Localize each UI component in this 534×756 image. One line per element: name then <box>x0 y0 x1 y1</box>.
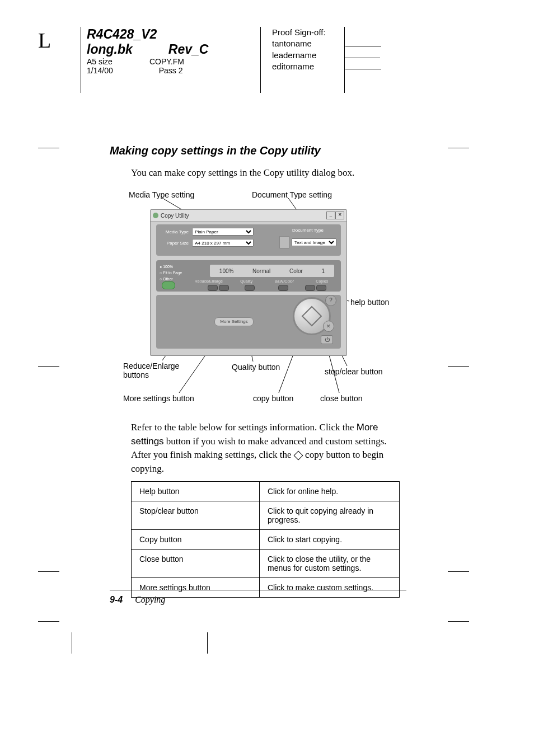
copies-up-button[interactable] <box>316 285 326 291</box>
document-type-select[interactable]: Text and Image <box>292 238 336 246</box>
setting-name: Copy button <box>132 530 260 550</box>
enlarge-button[interactable] <box>219 285 229 291</box>
settings-table: Help buttonClick for online help.Stop/cl… <box>131 481 400 598</box>
doc-fm: COPY.FM <box>149 57 184 66</box>
table-row: Copy buttonClick to start copying. <box>132 530 400 550</box>
callout-quality-button: Quality button <box>232 363 280 372</box>
value-color: Color <box>289 268 303 274</box>
callout-document-type: Document Type setting <box>252 190 332 199</box>
section-letter: L <box>38 28 51 53</box>
action-area: ? More Settings ✕ ⏻ <box>156 295 341 349</box>
diamond-icon <box>302 306 322 327</box>
media-type-select[interactable]: Plain Paper <box>192 228 254 236</box>
window-title: Copy Utility <box>161 213 189 219</box>
table-row: Help buttonClick for online help. <box>132 482 400 501</box>
document-type-label: Document Type <box>292 228 324 233</box>
callout-copy-button: copy button <box>253 394 293 403</box>
radio-100[interactable]: ● 100% <box>160 264 182 270</box>
section-title: Making copy settings in the Copy utility <box>110 144 406 157</box>
media-type-label: Media Type <box>161 229 191 234</box>
callout-media-type: Media Type setting <box>129 190 194 199</box>
setting-name: Help button <box>132 482 260 501</box>
chapter-name: Copying <box>135 595 165 604</box>
doc-file: long.bk <box>87 42 133 57</box>
proof-signoff: Proof Sign-off: tantoname leadername edi… <box>260 27 381 93</box>
doc-metadata: R4C428_V2 long.bk Rev_C A5 size COPY.FM … <box>81 27 208 93</box>
diamond-icon <box>293 451 303 461</box>
copy-utility-diagram: Media Type setting Document Type setting… <box>123 188 414 407</box>
paper-size-label: Paper Size <box>161 241 191 246</box>
window-close-button[interactable]: ✕ <box>335 212 344 219</box>
close-button[interactable]: ⏻ <box>321 335 333 344</box>
doc-date: 1/14/00 <box>87 66 113 75</box>
paragraph-2: Refer to the table below for settings in… <box>131 421 399 476</box>
settings-table-container: Help buttonClick for online help.Stop/cl… <box>110 470 406 598</box>
page-footer: 9-4 Copying <box>110 590 406 605</box>
doc-rev: Rev_C <box>168 42 209 57</box>
copy-utility-dialog: Copy Utility _ ✕ Media Type Plain Paper … <box>150 209 347 356</box>
callout-help-button: help button <box>350 298 389 307</box>
setting-desc: Click to quit copying already in progres… <box>260 501 400 530</box>
setting-desc: Click for online help. <box>260 482 400 501</box>
intro-paragraph: You can make copy settings in the Copy u… <box>131 166 406 180</box>
paper-size-select[interactable]: A4 210 x 297 mm <box>192 239 254 247</box>
doc-pass: Pass 2 <box>159 66 183 75</box>
col-copies: Copies <box>303 279 341 283</box>
setting-desc: Click to close the utility, or the menus… <box>260 550 400 578</box>
bw-color-button[interactable] <box>278 285 288 291</box>
callout-more-settings: More settings button <box>123 394 194 403</box>
value-quality: Normal <box>252 268 270 274</box>
setting-name: Close button <box>132 550 260 578</box>
setting-desc: Click to start copying. <box>260 530 400 550</box>
setting-name: Stop/clear button <box>132 501 260 530</box>
radio-fit[interactable]: ○ Fit to Page <box>160 270 182 276</box>
page-header: L R4C428_V2 long.bk Rev_C A5 size COPY.F… <box>34 27 500 100</box>
display-strip: ● 100% ○ Fit to Page ○ Other 100% Normal… <box>156 260 341 292</box>
callout-close-button: close button <box>320 394 363 403</box>
values-display: 100% Normal Color 1 <box>210 265 334 277</box>
more-settings-button[interactable]: More Settings <box>214 317 254 326</box>
col-quality: Quality <box>228 279 266 283</box>
proof-label: Proof Sign-off: <box>272 27 381 38</box>
power-indicator <box>162 281 175 289</box>
callout-stop-clear: stop/clear button <box>325 367 383 376</box>
settings-panel: Media Type Plain Paper Paper Size A4 210… <box>156 224 341 256</box>
doc-size: A5 size <box>87 57 113 66</box>
minimize-button[interactable]: _ <box>326 212 335 219</box>
app-icon <box>153 213 158 218</box>
reduce-button[interactable] <box>208 285 218 291</box>
titlebar: Copy Utility _ ✕ <box>151 210 346 222</box>
col-reduce: Reduce/Enlarge <box>190 279 228 283</box>
page-number: 9-4 <box>110 595 123 604</box>
col-bw: B&W/Color <box>265 279 303 283</box>
doctype-preview-icon <box>279 236 289 248</box>
doc-id: R4C428_V2 <box>87 27 208 42</box>
tanto-name: tantoname <box>272 39 312 48</box>
table-row: Close buttonClick to close the utility, … <box>132 550 400 578</box>
table-row: Stop/clear buttonClick to quit copying a… <box>132 501 400 530</box>
leader-name: leadername <box>272 50 316 60</box>
stop-clear-button[interactable]: ✕ <box>323 321 334 332</box>
callout-reduce-enlarge: Reduce/Enlarge buttons <box>123 361 190 379</box>
quality-button[interactable] <box>245 285 255 291</box>
editor-name: editorname <box>272 62 314 71</box>
copies-down-button[interactable] <box>305 285 315 291</box>
value-scale: 100% <box>219 268 234 274</box>
value-copies: 1 <box>322 268 325 274</box>
main-content: Making copy settings in the Copy utility… <box>110 144 406 190</box>
